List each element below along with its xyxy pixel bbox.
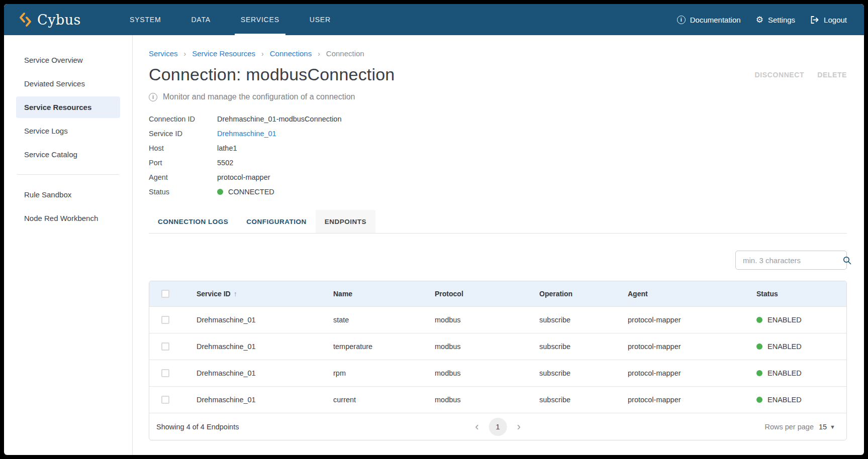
- breadcrumb-separator: ›: [261, 50, 264, 58]
- primary-nav: SYSTEM DATA SERVICES USER: [115, 4, 346, 35]
- table-row-temperature[interactable]: Drehmaschine_01 temperature modbus subsc…: [149, 333, 846, 360]
- sidebar-item-service-resources[interactable]: Service Resources: [16, 96, 120, 118]
- screen: Cybus SYSTEM DATA SERVICES USER i Docume…: [0, 0, 868, 459]
- column-header-name[interactable]: Name: [333, 290, 435, 298]
- rows-per-page-label: Rows per page: [764, 423, 814, 431]
- page-subtitle: i Monitor and manage the configuration o…: [149, 92, 847, 101]
- detail-label: Port: [149, 159, 217, 167]
- row-checkbox[interactable]: [161, 369, 169, 377]
- row-checkbox[interactable]: [161, 342, 169, 351]
- table-row-state[interactable]: Drehmaschine_01 state modbus subscribe p…: [149, 306, 846, 333]
- breadcrumb-services[interactable]: Services: [149, 49, 178, 58]
- settings-label: Settings: [768, 16, 795, 24]
- status-dot-green: [756, 317, 762, 323]
- sidebar-item-service-catalog[interactable]: Service Catalog: [16, 144, 120, 165]
- breadcrumb-separator: ›: [318, 50, 320, 58]
- tab-endpoints[interactable]: ENDPOINTS: [316, 210, 375, 233]
- documentation-button[interactable]: i Documentation: [677, 16, 741, 24]
- table-row-current[interactable]: Drehmaschine_01 current modbus subscribe…: [149, 386, 846, 413]
- table-footer: Showing 4 of 4 Endpoints ‹ 1 › Rows per …: [149, 413, 846, 440]
- brand-logo[interactable]: Cybus: [4, 4, 115, 35]
- service-id-link[interactable]: Drehmaschine_01: [217, 130, 276, 138]
- subtitle-text: Monitor and manage the configuration of …: [163, 92, 355, 101]
- sidebar-item-deviated-services[interactable]: Deviated Services: [16, 73, 120, 94]
- breadcrumb-connections[interactable]: Connections: [270, 49, 312, 58]
- cell-status: ENABLED: [756, 369, 846, 377]
- results-summary: Showing 4 of 4 Endpoints: [156, 423, 239, 431]
- disconnect-button[interactable]: DISCONNECT: [755, 71, 805, 79]
- logout-button[interactable]: Logout: [810, 16, 847, 24]
- sidebar-item-node-red-workbench[interactable]: Node Red Workbench: [16, 207, 120, 229]
- agent-value: protocol-mapper: [217, 173, 270, 181]
- nav-item-services[interactable]: SERVICES: [226, 4, 295, 35]
- cell-protocol: modbus: [435, 396, 539, 404]
- port-value: 5502: [217, 159, 233, 167]
- connection-id-value: Drehmaschine_01-modbusConnection: [217, 115, 341, 123]
- search-input[interactable]: [743, 256, 843, 265]
- tab-connection-logs[interactable]: CONNECTION LOGS: [149, 210, 237, 233]
- cell-agent: protocol-mapper: [628, 342, 756, 351]
- column-header-status[interactable]: Status: [756, 290, 846, 298]
- settings-button[interactable]: ⚙ Settings: [756, 16, 795, 24]
- cell-service-id: Drehmaschine_01: [181, 369, 333, 377]
- cell-name: rpm: [333, 369, 435, 377]
- cell-service-id: Drehmaschine_01: [181, 316, 333, 324]
- cell-protocol: modbus: [435, 316, 539, 324]
- detail-tabs: CONNECTION LOGS CONFIGURATION ENDPOINTS: [149, 210, 847, 234]
- cell-name: state: [333, 316, 435, 324]
- breadcrumb-service-resources[interactable]: Service Resources: [192, 49, 255, 58]
- sidebar: Service Overview Deviated Services Servi…: [4, 35, 133, 455]
- cell-status: ENABLED: [756, 342, 846, 351]
- column-header-protocol[interactable]: Protocol: [435, 290, 539, 298]
- column-header-agent[interactable]: Agent: [628, 290, 756, 298]
- info-icon: i: [149, 93, 157, 101]
- breadcrumb-current: Connection: [326, 49, 364, 58]
- cell-name: temperature: [333, 342, 435, 351]
- sidebar-item-rule-sandbox[interactable]: Rule Sandbox: [16, 184, 120, 205]
- column-header-service-id[interactable]: Service ID ↑: [181, 290, 333, 298]
- cell-protocol: modbus: [435, 369, 539, 377]
- host-value: lathe1: [217, 144, 237, 152]
- column-header-operation[interactable]: Operation: [539, 290, 628, 298]
- sidebar-divider: [17, 174, 119, 175]
- delete-button[interactable]: DELETE: [817, 71, 847, 79]
- nav-item-system[interactable]: SYSTEM: [115, 4, 176, 35]
- page-actions: DISCONNECT DELETE: [755, 71, 847, 79]
- logout-icon: [810, 16, 819, 24]
- breadcrumb-separator: ›: [184, 50, 186, 58]
- pagination: ‹ 1 ›: [473, 418, 523, 436]
- page-number-button[interactable]: 1: [489, 418, 507, 436]
- tab-configuration[interactable]: CONFIGURATION: [237, 210, 316, 233]
- cell-name: current: [333, 396, 435, 404]
- detail-row-agent: Agent protocol-mapper: [149, 170, 847, 184]
- row-checkbox[interactable]: [161, 396, 169, 404]
- cybus-logo-icon: [19, 12, 32, 27]
- cell-agent: protocol-mapper: [628, 396, 756, 404]
- sidebar-item-service-logs[interactable]: Service Logs: [16, 120, 120, 142]
- status-dot-green: [756, 370, 762, 376]
- next-page-icon[interactable]: ›: [515, 421, 523, 432]
- detail-row-port: Port 5502: [149, 155, 847, 170]
- endpoints-toolbar: [149, 251, 847, 270]
- row-checkbox[interactable]: [161, 316, 169, 324]
- table-row-rpm[interactable]: Drehmaschine_01 rpm modbus subscribe pro…: [149, 360, 846, 386]
- nav-item-user[interactable]: USER: [295, 4, 346, 35]
- status-dot-green: [217, 189, 223, 195]
- info-icon: i: [677, 16, 686, 24]
- gear-icon: ⚙: [756, 16, 763, 24]
- cell-operation: subscribe: [539, 396, 628, 404]
- search-icon[interactable]: [843, 256, 851, 265]
- cell-service-id: Drehmaschine_01: [181, 396, 333, 404]
- cell-operation: subscribe: [539, 342, 628, 351]
- sort-asc-icon: ↑: [234, 290, 237, 298]
- status-dot-green: [756, 343, 762, 350]
- connection-status-badge: CONNECTED: [217, 188, 274, 196]
- chevron-down-icon: ▼: [830, 424, 835, 430]
- nav-item-data[interactable]: DATA: [176, 4, 225, 35]
- previous-page-icon[interactable]: ‹: [473, 421, 480, 432]
- sidebar-item-service-overview[interactable]: Service Overview: [16, 49, 120, 71]
- top-navbar: Cybus SYSTEM DATA SERVICES USER i Docume…: [4, 4, 864, 35]
- rows-per-page-select[interactable]: 15 ▼: [819, 423, 835, 431]
- detail-label: Connection ID: [149, 115, 217, 123]
- select-all-checkbox[interactable]: [161, 290, 169, 298]
